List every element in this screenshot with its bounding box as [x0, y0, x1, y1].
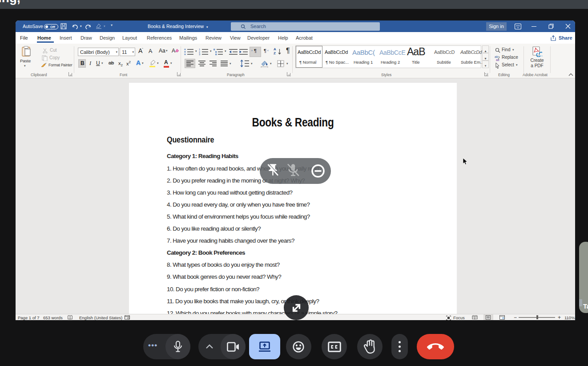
svg-text:3: 3 — [199, 53, 200, 55]
svg-text:ac: ac — [496, 58, 499, 61]
svg-text:ab: ab — [495, 55, 498, 58]
